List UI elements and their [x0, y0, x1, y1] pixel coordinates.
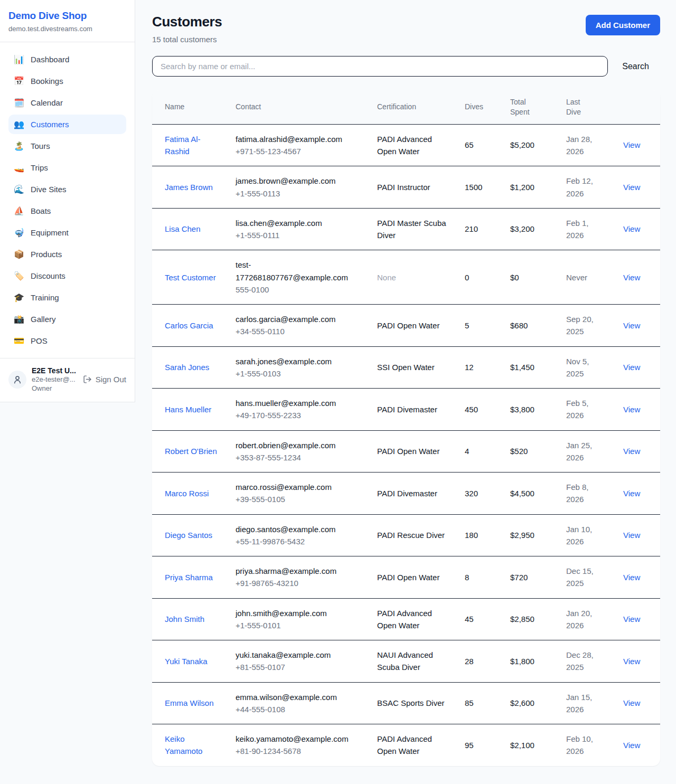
sidebar-item-discounts[interactable]: 🏷️ Discounts	[8, 266, 126, 286]
view-link[interactable]: View	[623, 140, 640, 149]
tag-icon: 🏷️	[14, 272, 24, 280]
sidebar-item-dashboard[interactable]: 📊 Dashboard	[8, 50, 126, 69]
sidebar-item-bookings[interactable]: 📅 Bookings	[8, 71, 126, 91]
customer-name-link[interactable]: Priya Sharma	[165, 573, 213, 582]
customer-email: carlos.garcia@example.com	[236, 313, 360, 325]
sidebar-item-dive-sites[interactable]: 🌊 Dive Sites	[8, 180, 126, 199]
customer-name-link[interactable]: John Smith	[165, 615, 204, 624]
view-link[interactable]: View	[623, 447, 640, 456]
last-dive-cell: Never	[558, 250, 615, 305]
customer-name-cell: Test Customer	[152, 250, 227, 305]
credit-card-icon: 💳	[14, 337, 24, 345]
avatar	[8, 371, 26, 389]
customer-name-link[interactable]: Keiko Yamamoto	[165, 734, 202, 755]
customer-count: 15 total customers	[152, 35, 222, 44]
actions-cell: View	[615, 346, 660, 389]
nav-item-label: Dashboard	[31, 55, 69, 64]
dives-cell: 4	[456, 430, 502, 473]
customer-name-link[interactable]: Carlos Garcia	[165, 321, 213, 330]
customer-name-link[interactable]: Robert O'Brien	[165, 447, 217, 456]
total-spent-cell: $1,200	[502, 166, 558, 209]
customer-name-link[interactable]: Sarah Jones	[165, 363, 209, 372]
view-link[interactable]: View	[623, 615, 640, 624]
total-spent-cell: $2,950	[502, 514, 558, 556]
certification-cell: PADI Open Water	[369, 305, 456, 347]
customer-name-cell: Hans Mueller	[152, 389, 227, 431]
dives-cell: 65	[456, 124, 502, 166]
view-link[interactable]: View	[623, 224, 640, 233]
sidebar-item-equipment[interactable]: 🤿 Equipment	[8, 223, 126, 242]
page-title: Customers	[152, 14, 222, 30]
dives-cell: 5	[456, 305, 502, 347]
actions-cell: View	[615, 305, 660, 347]
main-content: Customers 15 total customers Add Custome…	[152, 0, 660, 766]
last-dive-cell: Nov 5, 2025	[558, 346, 615, 389]
last-dive-cell: Feb 8, 2026	[558, 473, 615, 515]
last-dive-cell: Jan 20, 2026	[558, 598, 615, 640]
customer-name-link[interactable]: Fatima Al-Rashid	[165, 135, 201, 156]
customer-name-link[interactable]: James Brown	[165, 183, 213, 192]
sidebar-header: Demo Dive Shop demo.test.divestreams.com	[0, 0, 135, 42]
view-link[interactable]: View	[623, 657, 640, 666]
search-input[interactable]	[152, 56, 608, 77]
sidebar-item-trips[interactable]: 🚤 Trips	[8, 158, 126, 177]
sidebar-item-products[interactable]: 📦 Products	[8, 244, 126, 264]
customer-name-link[interactable]: Diego Santos	[165, 531, 212, 540]
view-link[interactable]: View	[623, 573, 640, 582]
log-out-icon	[83, 375, 92, 384]
sidebar-item-customers[interactable]: 👥 Customers	[8, 115, 126, 134]
customer-name-link[interactable]: Lisa Chen	[165, 224, 201, 233]
view-link[interactable]: View	[623, 698, 640, 707]
customer-phone: +91-98765-43210	[236, 577, 360, 589]
dives-cell: 320	[456, 473, 502, 515]
contact-cell: carlos.garcia@example.com +34-555-0110	[227, 305, 369, 347]
search-bar: Search	[152, 56, 660, 77]
last-dive-cell: Jan 28, 2026	[558, 124, 615, 166]
sidebar-item-pos[interactable]: 💳 POS	[8, 331, 126, 351]
customer-name-link[interactable]: Marco Rossi	[165, 489, 209, 498]
customer-email: keiko.yamamoto@example.com	[236, 733, 360, 745]
view-link[interactable]: View	[623, 489, 640, 498]
customer-email: sarah.jones@example.com	[236, 355, 360, 367]
sidebar-item-boats[interactable]: ⛵ Boats	[8, 201, 126, 221]
contact-cell: lisa.chen@example.com +1-555-0111	[227, 208, 369, 250]
customers-table: Name Contact Certification Dives Total S…	[152, 90, 660, 766]
actions-cell: View	[615, 124, 660, 166]
customer-phone: +39-555-0105	[236, 493, 360, 505]
search-button[interactable]: Search	[622, 62, 649, 71]
actions-cell: View	[615, 250, 660, 305]
sign-out-button[interactable]: Sign Out	[83, 375, 126, 384]
table-row: John Smith john.smith@example.com +1-555…	[152, 598, 660, 640]
last-dive-cell: Dec 28, 2025	[558, 640, 615, 683]
sidebar-item-training[interactable]: 🎓 Training	[8, 288, 126, 307]
customer-name-link[interactable]: Yuki Tanaka	[165, 657, 208, 666]
view-link[interactable]: View	[623, 363, 640, 372]
contact-cell: keiko.yamamoto@example.com +81-90-1234-5…	[227, 724, 369, 766]
camera-flash-icon: 📸	[14, 315, 24, 324]
user-role: Owner	[32, 384, 76, 393]
add-customer-button[interactable]: Add Customer	[586, 15, 660, 35]
sidebar-item-gallery[interactable]: 📸 Gallery	[8, 309, 126, 329]
sidebar-item-tours[interactable]: 🏝️ Tours	[8, 136, 126, 156]
view-link[interactable]: View	[623, 321, 640, 330]
customer-name-link[interactable]: Hans Mueller	[165, 405, 211, 414]
customer-name-link[interactable]: Test Customer	[165, 273, 216, 282]
actions-cell: View	[615, 473, 660, 515]
customer-email: yuki.tanaka@example.com	[236, 649, 360, 661]
table-row: Lisa Chen lisa.chen@example.com +1-555-0…	[152, 208, 660, 250]
table-row: James Brown james.brown@example.com +1-5…	[152, 166, 660, 209]
view-link[interactable]: View	[623, 183, 640, 192]
last-dive-cell: Sep 20, 2025	[558, 305, 615, 347]
view-link[interactable]: View	[623, 531, 640, 540]
customer-name-cell: Yuki Tanaka	[152, 640, 227, 683]
customer-name-cell: Sarah Jones	[152, 346, 227, 389]
view-link[interactable]: View	[623, 273, 640, 282]
certification-cell: PADI Instructor	[369, 166, 456, 209]
customer-name-link[interactable]: Emma Wilson	[165, 698, 214, 707]
sidebar-item-calendar[interactable]: 🗓️ Calendar	[8, 93, 126, 112]
customer-email: emma.wilson@example.com	[236, 691, 360, 703]
customer-phone: 555-0100	[236, 284, 360, 296]
nav-item-label: Boats	[31, 206, 51, 215]
view-link[interactable]: View	[623, 405, 640, 414]
view-link[interactable]: View	[623, 741, 640, 750]
